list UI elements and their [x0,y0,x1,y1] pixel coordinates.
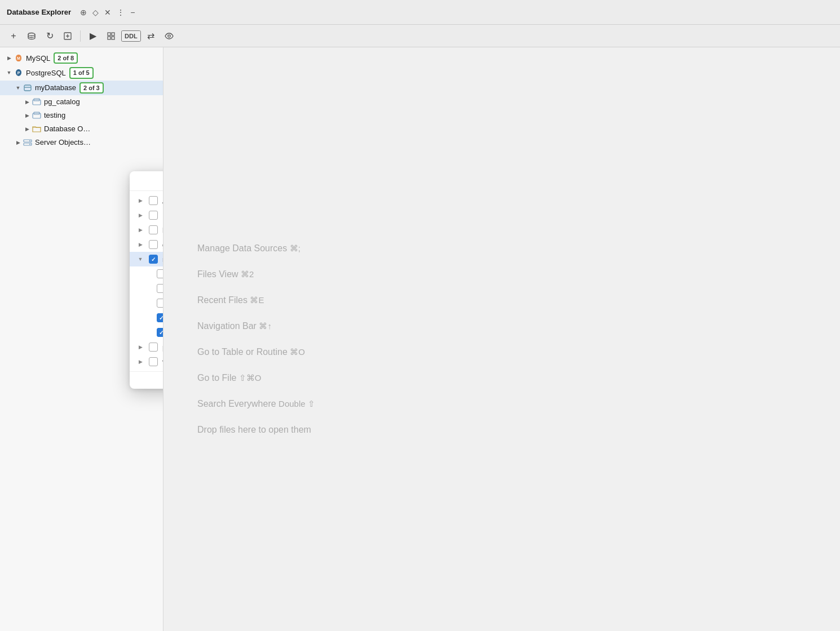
refresh-button[interactable]: ↻ [42,28,58,44]
popup-item-backup[interactable]: ▶ backup [130,223,163,237]
checkbox-mydatabase[interactable] [149,255,158,264]
schema-icon-testing [32,110,42,121]
postgresql-label: PostgreSQL [26,69,66,77]
checkbox-pg-catalog-schema[interactable] [157,313,163,322]
mysql-badge: 2 of 8 [54,52,78,64]
postgresql-icon: P [14,68,24,78]
checkbox-default-schema[interactable] [157,284,163,293]
minimize-icon[interactable]: − [130,8,135,17]
close-icon[interactable]: ✕ [104,8,111,17]
popup-item-all-databases[interactable]: ▶ All databases add pattern [130,193,163,208]
svg-rect-5 [112,33,114,35]
server-icon [23,137,33,148]
popup-footer: Press Enter or click outside the list to… [130,371,163,389]
sidebar-item-pg_catalog[interactable]: ▶ pg_catalog [0,95,163,109]
popup-item-testing-db[interactable]: ▶ testing [130,354,163,369]
checkbox-all-schemas[interactable] [157,269,163,278]
svg-point-8 [167,34,170,37]
chevron-server-objects: ▶ [14,138,23,147]
folder-icon-db [32,124,42,134]
pg_catalog-label: pg_catalog [44,97,80,106]
sidebar-item-mydatabase[interactable]: ▼ myDatabase 2 of 3 [0,81,163,95]
checkbox-all-databases[interactable] [149,196,158,205]
mydatabase-label: myDatabase [35,83,76,92]
schema-icon-pg [32,97,42,107]
checkbox-information-schema[interactable] [157,299,163,308]
sidebar-item-server-objects[interactable]: ▶ Server Objects… [0,136,163,149]
sidebar-item-postgresql[interactable]: ▼ P PostgreSQL 1 of 5 [0,65,163,80]
popup-item-default-schema[interactable]: Default schema (pg_catalog) [130,281,163,296]
chevron-database-o: ▶ [23,125,32,134]
popup-item-default-database[interactable]: ▶ Default database (guest) [130,208,163,223]
popup-item-testing-schema[interactable]: testing [130,325,163,340]
title-bar-controls: ⊕ ◇ ✕ ⋮ − [80,8,135,17]
chevron-mysql: ▶ [5,54,14,63]
label-popup-mydatabase: myDatabase [162,255,163,264]
shortcut-search-everywhere: Search Everywhere Double ⇧ [197,399,806,409]
mydatabase-badge: 2 of 3 [79,82,104,94]
ddl-button[interactable]: DDL [121,30,141,42]
popup-toolbar: ↻ ◇ ✕ − [130,171,163,191]
postgresql-badge: 1 of 5 [69,67,94,78]
data-source-button[interactable] [24,28,39,44]
checkbox-postgres[interactable] [149,343,158,352]
label-testing-db: testing [162,358,163,366]
run-button[interactable]: ▶ [85,28,101,44]
label-postgres: postgres [162,343,163,352]
database-o-label: Database O… [44,125,90,133]
popup-item-pg-catalog-schema[interactable]: pg_catalog (Default schema) [130,310,163,325]
popup-item-postgres[interactable]: ▶ postgres [130,340,163,354]
checkbox-testing-schema[interactable] [157,328,163,337]
chevron-testing-db: ▶ [136,358,144,366]
popup-item-all-schemas[interactable]: All schemas add pattern [130,266,163,281]
add-button[interactable]: + [6,28,21,44]
svg-text:P: P [17,71,20,75]
svg-rect-7 [112,37,114,39]
chevron-postgresql: ▼ [5,68,14,77]
target-icon[interactable]: ⊕ [80,8,87,17]
toolbar: + ↻ ▶ DDL ⇄ [0,25,840,47]
chevron-pg_catalog: ▶ [23,97,32,106]
title-bar-title: Database Explorer [7,8,71,16]
sidebar-item-database-o[interactable]: ▶ Database O… [0,122,163,136]
chevron-popup-mydatabase: ▼ [136,255,144,263]
title-bar: Database Explorer ⊕ ◇ ✕ ⋮ − [0,0,840,25]
shortcut-manage-datasources: Manage Data Sources ⌘; [197,243,806,254]
popup-item-guest[interactable]: ▶ guest (Default database) [130,237,163,252]
label-all-databases: All databases [162,197,163,205]
checkbox-testing-db[interactable] [149,357,158,366]
drop-files-hint: Drop files here to open them [197,425,806,435]
popup-item-mydatabase[interactable]: ▼ myDatabase [130,252,163,266]
chevron-all-databases: ▶ [136,197,144,205]
sidebar-item-testing[interactable]: ▶ testing [0,109,163,122]
svg-rect-6 [108,37,110,39]
shortcut-go-to-file: Go to File ⇧⌘O [197,373,806,383]
expand-icon[interactable]: ◇ [92,8,99,17]
grid-button[interactable] [103,28,119,44]
database-filter-popup: ↻ ◇ ✕ − ▶ All databases add pattern ▶ [130,171,163,389]
shortcut-recent-files: Recent Files ⌘E [197,295,806,305]
chevron-backup: ▶ [136,226,144,234]
more-icon[interactable]: ⋮ [117,8,125,17]
chevron-testing: ▶ [23,111,32,120]
shortcut-navigation-bar: Navigation Bar ⌘↑ [197,321,806,331]
checkbox-backup[interactable] [149,225,158,234]
label-guest: guest [162,241,163,249]
label-default-database: Default database [162,211,163,220]
popup-list: ▶ All databases add pattern ▶ Default da… [130,191,163,371]
shortcut-go-to-table: Go to Table or Routine ⌘O [197,347,806,357]
svg-rect-4 [108,33,110,35]
separator-1 [80,30,81,42]
eye-button[interactable] [161,28,177,44]
checkbox-guest[interactable] [149,240,158,249]
svg-text:M: M [17,56,20,60]
info-panel: Manage Data Sources ⌘; Files View ⌘2 Rec… [163,47,840,631]
sidebar-item-mysql[interactable]: ▶ M MySQL 2 of 8 [0,51,163,65]
import-button[interactable] [60,28,76,44]
svg-point-19 [29,140,30,141]
svg-point-0 [28,33,35,35]
checkbox-default-database[interactable] [149,211,158,220]
schema-button[interactable]: ⇄ [143,28,159,44]
popup-item-information-schema[interactable]: information_schema [130,296,163,310]
chevron-default-database: ▶ [136,211,144,219]
